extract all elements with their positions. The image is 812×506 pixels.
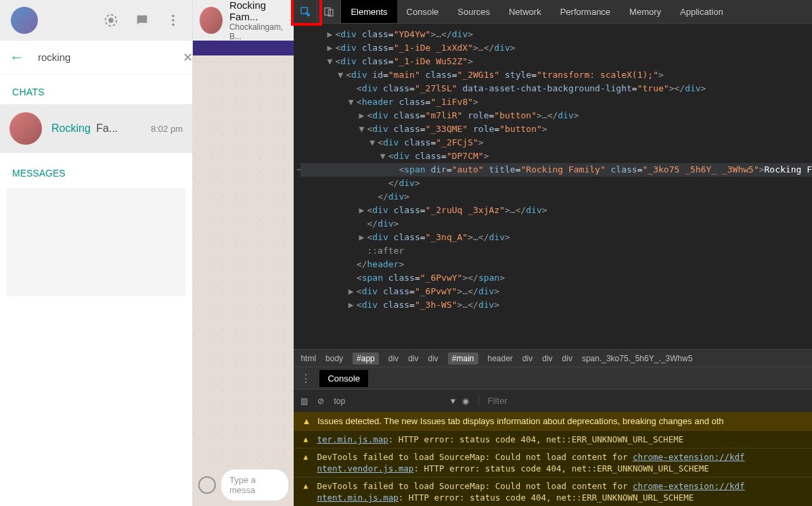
- chat-header[interactable]: Rocking Fam... Chockalingam, B...: [193, 0, 294, 41]
- dom-line[interactable]: <span dir="auto" title="Rocking Family" …: [300, 163, 812, 177]
- clear-console-icon[interactable]: ⊘: [317, 396, 324, 406]
- search-input[interactable]: [38, 51, 166, 63]
- chat-header-subtitle: Chockalingam, B...: [229, 22, 287, 41]
- breadcrumb-item[interactable]: #app: [353, 352, 379, 365]
- dom-line[interactable]: <span class="_6PvwY"></span>: [300, 271, 812, 285]
- chat-list-item[interactable]: Rocking Fa... 8:02 pm: [0, 104, 192, 153]
- device-toolbar-button[interactable]: [317, 0, 341, 23]
- dom-line[interactable]: </div>: [300, 217, 812, 231]
- devtools-tab-network[interactable]: Network: [499, 0, 551, 23]
- dom-line[interactable]: ▼<div class="_1-iDe Wu52Z">: [300, 55, 812, 68]
- chat-header-avatar: [200, 7, 223, 34]
- devtools-tab-memory[interactable]: Memory: [620, 0, 671, 23]
- chat-avatar: [9, 112, 42, 145]
- console-filter-input[interactable]: [478, 396, 812, 406]
- whatsapp-sidebar: ← ✕ CHATS Rocking Fa... 8:02 pm MESSAGES: [0, 0, 193, 506]
- chat-input-row: Type a messa: [193, 464, 294, 506]
- devtools-tab-elements[interactable]: Elements: [341, 0, 397, 23]
- emoji-icon[interactable]: [198, 476, 216, 494]
- chats-section-label: CHATS: [0, 74, 192, 104]
- breadcrumb-item[interactable]: html: [300, 354, 316, 363]
- dom-line[interactable]: ▼<div class="DP7CM">: [300, 150, 812, 163]
- dom-line[interactable]: ▶<div class="_3h-WS">…</div>: [300, 298, 812, 312]
- console-message[interactable]: DevTools failed to load SourceMap: Could…: [294, 448, 812, 477]
- chat-body[interactable]: [193, 55, 294, 464]
- svg-point-1: [109, 18, 113, 22]
- dom-line[interactable]: ▶<div class="m7liR" role="button">…</div…: [300, 109, 812, 122]
- svg-rect-6: [325, 8, 330, 16]
- dom-line[interactable]: </header>: [300, 258, 812, 271]
- breadcrumb-item[interactable]: div: [408, 354, 418, 363]
- whatsapp-chat-panel: Rocking Fam... Chockalingam, B... Type a…: [193, 0, 294, 506]
- status-icon[interactable]: [103, 12, 119, 28]
- console-message[interactable]: DevTools failed to load SourceMap: Could…: [294, 477, 812, 506]
- user-avatar[interactable]: [11, 7, 38, 34]
- console-drawer-bar: ⋮ Console: [294, 367, 812, 389]
- console-message[interactable]: ter.min.js.map: HTTP error: status code …: [294, 430, 812, 448]
- breadcrumb-item[interactable]: div: [542, 354, 552, 363]
- breadcrumb-item[interactable]: div: [522, 354, 533, 363]
- clear-search-icon[interactable]: ✕: [183, 50, 193, 65]
- sidebar-header: [0, 0, 192, 41]
- messages-section-label: MESSAGES: [0, 153, 192, 188]
- console-tab[interactable]: Console: [319, 370, 368, 387]
- message-placeholder: [7, 188, 185, 296]
- dom-line[interactable]: ▶<div class="_3nq_A">…</div>: [300, 231, 812, 244]
- devtools-tab-console[interactable]: Console: [397, 0, 449, 23]
- devtools-tab-performance[interactable]: Performance: [551, 0, 620, 23]
- message-input[interactable]: Type a messa: [221, 469, 288, 501]
- warning-icon: ▲: [302, 416, 311, 426]
- breadcrumb-item[interactable]: #main: [448, 352, 478, 365]
- devtools-panel: ElementsConsoleSourcesNetworkPerformance…: [294, 0, 812, 506]
- dom-line[interactable]: ::after: [300, 244, 812, 258]
- search-row: ← ✕: [0, 41, 192, 74]
- breadcrumbs[interactable]: htmlbody#appdivdivdiv#mainheaderdivdivdi…: [294, 349, 812, 367]
- menu-icon[interactable]: [165, 12, 181, 28]
- chat-name-rest: Fa...: [93, 122, 118, 134]
- dom-line[interactable]: ▶<div class="_1-iDe _1xXdX">…</div>: [300, 41, 812, 55]
- breadcrumb-item[interactable]: div: [428, 354, 438, 363]
- back-arrow-icon[interactable]: ←: [9, 49, 24, 66]
- chat-strip: [193, 41, 294, 55]
- dom-line[interactable]: </div>: [300, 177, 812, 190]
- svg-point-3: [172, 19, 175, 22]
- dom-line[interactable]: </div>: [300, 190, 812, 204]
- dom-line[interactable]: ▶<div class="YD4Yw">…</div>: [300, 28, 812, 41]
- issues-text: Issues detected. The new Issues tab disp…: [317, 416, 723, 426]
- breadcrumb-item[interactable]: div: [388, 354, 399, 363]
- context-dropdown-icon[interactable]: ▼: [449, 396, 457, 406]
- svg-point-4: [172, 24, 175, 26]
- dom-line[interactable]: ▼<div id="main" class="_2WG1s" style="tr…: [300, 68, 812, 82]
- devtools-tabs: ElementsConsoleSourcesNetworkPerformance…: [294, 0, 812, 24]
- new-chat-icon[interactable]: [134, 12, 150, 28]
- console-controls: ▥ ⊘ top ▼ ◉ Default levels ▼: [294, 389, 812, 412]
- inspect-element-button[interactable]: [294, 0, 317, 23]
- chat-time: 8:02 pm: [151, 124, 183, 134]
- dom-line[interactable]: ▶<div class="_6PvwY">…</div>: [300, 285, 812, 298]
- dom-tree[interactable]: ▶<div class="YD4Yw">…</div> ▶<div class=…: [294, 24, 812, 349]
- chat-header-title: Rocking Fam...: [229, 0, 287, 22]
- dom-line[interactable]: ▼<header class="_1iFv8">: [300, 95, 812, 109]
- drawer-menu-icon[interactable]: ⋮: [300, 372, 311, 385]
- dom-line[interactable]: ▼<div class="_33QME" role="button">: [300, 122, 812, 136]
- dom-line[interactable]: ▼<div class="_2FCjS">: [300, 136, 812, 150]
- show-sidebar-icon[interactable]: ▥: [300, 396, 308, 406]
- breadcrumb-item[interactable]: span._3ko75._5h6Y_._3Whw5: [582, 354, 692, 363]
- breadcrumb-item[interactable]: header: [488, 354, 513, 363]
- dom-line[interactable]: <div class="_27lSL" data-asset-chat-back…: [300, 82, 812, 95]
- dom-line[interactable]: ▶<div class="_2ruUq _3xjAz">…</div>: [300, 204, 812, 217]
- devtools-tab-sources[interactable]: Sources: [448, 0, 499, 23]
- chat-name-match: Rocking: [51, 122, 91, 134]
- live-expression-icon[interactable]: ◉: [462, 396, 469, 406]
- issues-banner[interactable]: ▲ Issues detected. The new Issues tab di…: [294, 412, 812, 430]
- devtools-tab-application[interactable]: Application: [671, 0, 733, 23]
- context-selector[interactable]: top: [334, 396, 345, 406]
- console-messages[interactable]: ter.min.js.map: HTTP error: status code …: [294, 430, 812, 506]
- svg-point-2: [172, 15, 175, 18]
- breadcrumb-item[interactable]: div: [562, 354, 572, 363]
- breadcrumb-item[interactable]: body: [325, 354, 343, 363]
